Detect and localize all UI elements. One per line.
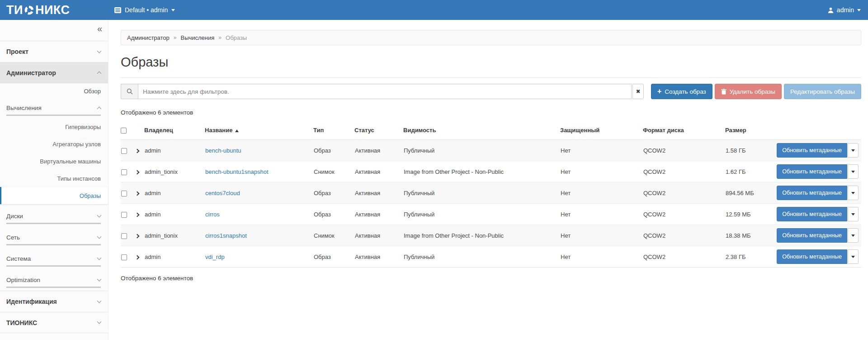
expand-row-icon[interactable] xyxy=(135,234,140,238)
user-menu-dropdown[interactable]: admin xyxy=(828,6,868,14)
update-metadata-button[interactable]: Обновить метаданные xyxy=(777,143,847,158)
sidebar-item-instance-types[interactable]: Типы инстансов xyxy=(0,170,108,187)
main-content: Администратор » Вычисления » Образы Обра… xyxy=(108,20,868,340)
filter-input-group: ✖ xyxy=(121,84,644,99)
filter-input[interactable] xyxy=(138,84,632,99)
chevron-down-icon xyxy=(97,213,102,218)
chevron-down-icon xyxy=(851,256,855,258)
row-actions-dropdown-button[interactable] xyxy=(848,186,859,200)
col-header-name[interactable]: Название xyxy=(205,122,313,140)
image-name-link[interactable]: cirros xyxy=(205,211,220,218)
update-metadata-button[interactable]: Обновить метаданные xyxy=(777,249,847,264)
row-actions-dropdown-button[interactable] xyxy=(848,207,859,221)
sidebar-group-system[interactable]: Система xyxy=(0,249,108,267)
breadcrumb-compute[interactable]: Вычисления xyxy=(180,34,214,41)
row-checkbox[interactable] xyxy=(121,148,127,154)
delete-images-button[interactable]: Удалить образы xyxy=(715,84,782,99)
update-metadata-button[interactable]: Обновить метаданные xyxy=(777,207,847,221)
expand-row-icon[interactable] xyxy=(135,191,140,196)
type-cell: Образ xyxy=(313,204,354,225)
col-header-disk-format[interactable]: Формат диска xyxy=(643,122,725,140)
table-row: admin bench-ubuntu Образ Активная Публич… xyxy=(121,140,861,161)
row-checkbox[interactable] xyxy=(121,191,127,196)
row-checkbox[interactable] xyxy=(121,233,127,239)
disk-format-cell: QCOW2 xyxy=(643,225,725,246)
expand-row-icon[interactable] xyxy=(135,148,140,153)
search-icon xyxy=(121,84,138,99)
tionix-logo: ТИ НИКС xyxy=(0,0,108,20)
size-cell: 12.59 МБ xyxy=(725,204,773,225)
update-metadata-button[interactable]: Обновить метаданные xyxy=(777,164,847,179)
create-image-button[interactable]: + Создать образ xyxy=(651,84,712,99)
chevron-down-icon xyxy=(851,235,855,237)
context-switcher-dropdown[interactable]: Default • admin xyxy=(108,6,175,14)
table-row: admin cirros Образ Активная Публичный Не… xyxy=(121,204,861,225)
sidebar-group-optimization[interactable]: Optimization xyxy=(0,271,108,288)
col-header-size[interactable]: Размер xyxy=(725,122,773,140)
expand-row-icon[interactable] xyxy=(135,255,140,259)
type-cell: Образ xyxy=(313,182,354,204)
edit-images-button[interactable]: Редактировать образы xyxy=(784,84,861,99)
col-header-type[interactable]: Тип xyxy=(313,122,354,140)
sidebar-group-compute[interactable]: Вычисления xyxy=(0,99,108,116)
sidebar-group-volumes[interactable]: Диски xyxy=(0,207,108,224)
image-name-link[interactable]: cirros1snapshot xyxy=(205,232,247,239)
visibility-cell: Публичный xyxy=(403,140,560,161)
breadcrumb-admin[interactable]: Администратор xyxy=(127,34,170,41)
status-cell: Активная xyxy=(354,225,403,246)
sidebar-item-host-aggregates[interactable]: Агрегаторы узлов xyxy=(0,135,108,153)
trash-icon xyxy=(721,89,726,95)
sidebar-group-label: Вычисления xyxy=(6,105,42,111)
sidebar-item-label: Проект xyxy=(6,48,28,55)
col-header-status[interactable]: Статус xyxy=(354,122,403,140)
owner-cell: admin_tionix xyxy=(144,161,205,182)
row-actions-dropdown-button[interactable] xyxy=(848,164,859,179)
visibility-cell: Публичный xyxy=(403,246,560,268)
update-metadata-button[interactable]: Обновить метаданные xyxy=(777,228,847,243)
sidebar-item-tionix[interactable]: ТИОНИКС xyxy=(0,312,108,333)
sidebar-group-label: Система xyxy=(6,255,31,262)
select-all-checkbox[interactable] xyxy=(121,128,127,134)
row-actions-dropdown-button[interactable] xyxy=(848,249,859,264)
row-checkbox[interactable] xyxy=(121,212,127,218)
sidebar-item-overview[interactable]: Обзор xyxy=(0,83,108,99)
col-header-protected[interactable]: Защищенный xyxy=(560,122,643,140)
expand-row-icon[interactable] xyxy=(135,170,140,174)
sidebar-collapse-button[interactable]: « xyxy=(97,24,102,34)
col-header-visibility[interactable]: Видимость xyxy=(403,122,560,140)
breadcrumb: Администратор » Вычисления » Образы xyxy=(121,30,861,45)
image-name-link[interactable]: bench-ubuntu xyxy=(205,147,241,154)
row-checkbox[interactable] xyxy=(121,169,127,175)
row-actions-dropdown-button[interactable] xyxy=(848,143,859,158)
size-cell: 2.38 ГБ xyxy=(725,246,773,268)
images-table: Владелец Название Тип Статус Видимость З… xyxy=(121,122,861,268)
title-divider xyxy=(121,77,861,78)
image-name-link[interactable]: vdi_rdp xyxy=(205,254,225,260)
page-title: Образы xyxy=(121,55,861,70)
protected-cell: Нет xyxy=(560,140,643,161)
sidebar-item-images-active[interactable]: Образы xyxy=(0,187,108,204)
expand-column-header xyxy=(135,122,144,140)
type-cell: Образ xyxy=(313,140,354,161)
image-name-link[interactable]: centos7cloud xyxy=(205,190,240,196)
table-row: admin centos7cloud Образ Активная Публич… xyxy=(121,182,861,204)
disk-format-cell: QCOW2 xyxy=(643,140,725,161)
owner-cell: admin xyxy=(144,182,205,204)
row-actions-dropdown-button[interactable] xyxy=(848,228,859,243)
clear-filter-button[interactable]: ✖ xyxy=(632,84,644,99)
sidebar-group-network[interactable]: Сеть xyxy=(0,228,108,245)
update-metadata-button[interactable]: Обновить метаданные xyxy=(777,186,847,200)
sidebar-item-project[interactable]: Проект xyxy=(0,41,108,62)
sidebar-item-hypervisors[interactable]: Гипервизоры xyxy=(0,118,108,135)
chevron-down-icon xyxy=(851,149,855,152)
col-header-owner[interactable]: Владелец xyxy=(144,122,205,140)
image-name-link[interactable]: bench-ubuntu1snapshot xyxy=(205,168,269,175)
sidebar-item-virtual-machines[interactable]: Виртуальные машины xyxy=(0,153,108,170)
row-checkbox[interactable] xyxy=(121,254,127,260)
chevron-down-icon xyxy=(97,277,102,282)
sidebar-item-admin[interactable]: Администратор xyxy=(0,62,108,83)
expand-row-icon[interactable] xyxy=(135,212,140,217)
sidebar-item-identity[interactable]: Идентификация xyxy=(0,291,108,312)
disk-format-cell: QCOW2 xyxy=(643,182,725,204)
chevron-up-icon xyxy=(97,107,102,111)
